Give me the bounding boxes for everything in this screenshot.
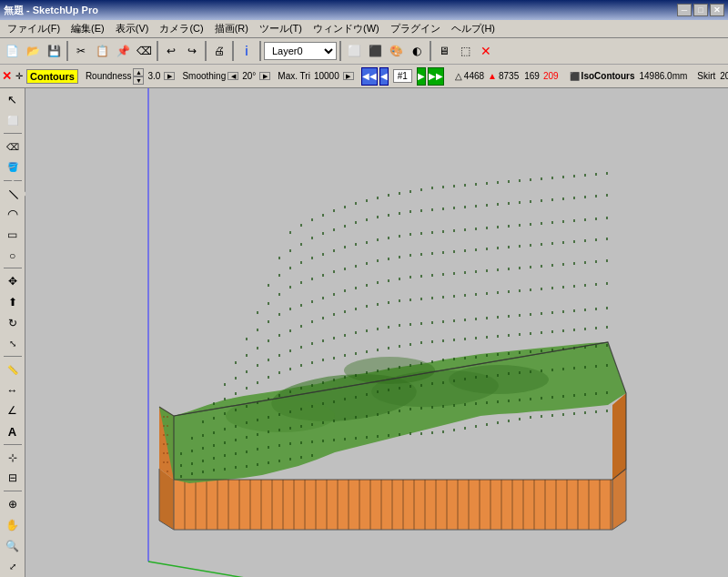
style-button[interactable]: ✕ bbox=[476, 41, 496, 61]
shadow-button[interactable]: ◐ bbox=[407, 41, 427, 61]
layer-dropdown[interactable]: Layer0 bbox=[264, 42, 337, 60]
open-button[interactable]: 📂 bbox=[23, 41, 43, 61]
svg-rect-297 bbox=[606, 307, 608, 309]
pushpull-tool[interactable]: ⬆ bbox=[3, 292, 23, 312]
svg-rect-449 bbox=[464, 206, 466, 208]
svg-rect-411 bbox=[388, 237, 389, 239]
skirt-value: 20% bbox=[720, 71, 728, 81]
menu-view[interactable]: 表示(V) bbox=[110, 20, 155, 37]
tape-tool[interactable]: 📏 bbox=[3, 359, 23, 380]
prev-prev-button[interactable]: ◀◀ bbox=[361, 67, 378, 86]
select-tool[interactable]: ↖ bbox=[3, 90, 23, 110]
redo-button[interactable]: ↪ bbox=[182, 41, 202, 61]
contours-label[interactable]: Contours bbox=[26, 69, 78, 84]
copy-button[interactable]: 📋 bbox=[92, 41, 112, 61]
plugin-toolbar-row: ✕ ✛ Contours Roundness ▲ ▼ 3.0 ▶ Smoothi… bbox=[0, 64, 728, 87]
circle-tool[interactable]: ○ bbox=[3, 246, 23, 266]
svg-rect-408 bbox=[355, 243, 357, 246]
close-button[interactable]: ✕ bbox=[710, 4, 724, 16]
rotate-tool[interactable]: ↻ bbox=[3, 313, 23, 333]
prev-button[interactable]: ◀ bbox=[379, 67, 389, 86]
new-button[interactable]: 📄 bbox=[2, 41, 22, 61]
menu-edit[interactable]: 編集(E) bbox=[66, 20, 110, 37]
svg-rect-258 bbox=[573, 329, 575, 331]
viewport[interactable] bbox=[25, 88, 728, 577]
menu-camera[interactable]: カメラ(C) bbox=[154, 20, 208, 37]
minimize-button[interactable]: ─ bbox=[677, 4, 692, 16]
protractor-tool[interactable]: ∠ bbox=[3, 401, 23, 421]
svg-rect-499 bbox=[167, 471, 168, 472]
svg-rect-150 bbox=[213, 431, 215, 434]
svg-rect-320 bbox=[475, 293, 477, 296]
menu-help[interactable]: ヘルプ(H) bbox=[446, 20, 500, 37]
svg-rect-467 bbox=[333, 209, 335, 212]
cut-button[interactable]: ✂ bbox=[71, 41, 91, 61]
svg-rect-394 bbox=[551, 242, 553, 245]
svg-rect-428 bbox=[573, 219, 575, 222]
svg-rect-396 bbox=[573, 240, 575, 243]
roundness-value: 3.0 bbox=[147, 71, 160, 81]
next-button[interactable]: ▶ bbox=[417, 67, 426, 86]
component-tool[interactable]: ⬜ bbox=[3, 111, 23, 131]
menu-window[interactable]: ウィンドウ(W) bbox=[308, 20, 385, 37]
smoothing-label: Smoothing bbox=[182, 71, 226, 81]
save-button[interactable]: 💾 bbox=[44, 41, 64, 61]
menu-file[interactable]: ファイル(F) bbox=[2, 20, 66, 37]
tool-sep-3 bbox=[4, 268, 22, 268]
svg-rect-366 bbox=[606, 259, 608, 262]
xray-button[interactable]: ⬚ bbox=[455, 41, 475, 61]
roundness-right[interactable]: ▶ bbox=[164, 72, 175, 80]
contours-close-btn[interactable]: ✕ bbox=[2, 69, 12, 83]
line-tool[interactable]: | bbox=[0, 179, 26, 208]
eraser-tool[interactable]: ⌫ bbox=[3, 137, 23, 157]
menu-plugins[interactable]: プラグイン bbox=[385, 20, 446, 37]
zoomextents-tool[interactable]: ⤢ bbox=[3, 556, 23, 576]
pan-tool[interactable]: ✋ bbox=[3, 515, 23, 535]
orbit-tool[interactable]: ⊕ bbox=[3, 494, 23, 514]
svg-rect-161 bbox=[333, 400, 335, 403]
svg-rect-387 bbox=[475, 248, 477, 251]
svg-rect-284 bbox=[464, 319, 466, 321]
display-button[interactable]: 🖥 bbox=[434, 41, 454, 61]
svg-rect-252 bbox=[508, 334, 510, 337]
scale-tool[interactable]: ⤡ bbox=[3, 334, 23, 354]
svg-rect-359 bbox=[530, 266, 531, 268]
paint-tool[interactable]: 🪣 bbox=[3, 157, 23, 177]
svg-rect-278 bbox=[399, 324, 400, 327]
roundness-down[interactable]: ▼ bbox=[133, 76, 144, 85]
component-button[interactable]: ⬜ bbox=[344, 41, 364, 61]
rectangle-tool[interactable]: ▭ bbox=[3, 225, 23, 245]
axes-tool[interactable]: ⊹ bbox=[3, 448, 23, 468]
move-tool[interactable]: ✥ bbox=[3, 271, 23, 291]
group-button[interactable]: ⬛ bbox=[365, 41, 385, 61]
svg-rect-460 bbox=[584, 196, 586, 198]
svg-rect-96 bbox=[486, 423, 488, 426]
svg-rect-326 bbox=[541, 288, 542, 290]
paste-button[interactable]: 📌 bbox=[113, 41, 133, 61]
print-button[interactable]: 🖨 bbox=[209, 41, 229, 61]
smooth-right[interactable]: ▶ bbox=[259, 72, 270, 80]
tri2: 209 bbox=[543, 71, 559, 81]
roundness-up[interactable]: ▲ bbox=[133, 68, 144, 76]
svg-rect-90 bbox=[420, 432, 422, 435]
next-next-button[interactable]: ▶▶ bbox=[428, 67, 444, 86]
svg-rect-356 bbox=[497, 268, 499, 271]
section-tool[interactable]: ⊟ bbox=[3, 469, 23, 489]
svg-rect-391 bbox=[519, 245, 521, 248]
smooth-left[interactable]: ◀ bbox=[228, 72, 238, 80]
info-button[interactable]: i bbox=[237, 41, 257, 61]
undo-button[interactable]: ↩ bbox=[161, 41, 181, 61]
erase-button[interactable]: ⌫ bbox=[134, 41, 154, 61]
maxtri-right[interactable]: ▶ bbox=[343, 72, 354, 80]
zoom-tool[interactable]: 🔍 bbox=[3, 536, 23, 556]
material-button[interactable]: 🎨 bbox=[386, 41, 406, 61]
svg-rect-283 bbox=[453, 319, 455, 322]
svg-rect-321 bbox=[486, 292, 488, 295]
menu-draw[interactable]: 描画(R) bbox=[209, 20, 254, 37]
menu-tools[interactable]: ツール(T) bbox=[254, 20, 308, 37]
svg-rect-83 bbox=[344, 438, 346, 440]
text-tool[interactable]: A bbox=[3, 421, 23, 441]
maximize-button[interactable]: □ bbox=[693, 4, 708, 16]
svg-rect-189 bbox=[224, 412, 226, 415]
dimension-tool[interactable]: ↔ bbox=[3, 380, 23, 400]
